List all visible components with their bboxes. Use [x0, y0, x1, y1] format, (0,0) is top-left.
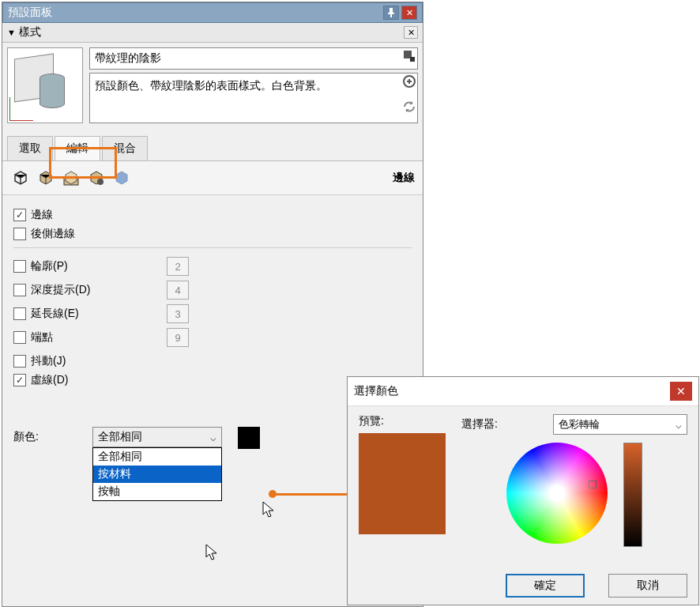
color-wheel-handle[interactable] — [589, 481, 597, 488]
dashes-checkbox[interactable] — [13, 374, 26, 386]
extension-label: 延長線(E) — [31, 307, 79, 321]
pin-button[interactable] — [383, 6, 399, 20]
extension-input[interactable] — [167, 304, 189, 323]
style-info: 帶紋理的陰影 預設顏色、帶紋理陰影的表面樣式。白色背景。 — [2, 43, 423, 128]
new-style-icon[interactable] — [401, 47, 418, 65]
jitter-checkbox[interactable] — [13, 355, 26, 368]
picker-label: 選擇器: — [461, 417, 498, 432]
combo-value: 全部相同 — [93, 430, 205, 444]
dialog-titlebar: 選擇顏色 ✕ — [348, 377, 698, 406]
cancel-button[interactable]: 取消 — [608, 574, 687, 598]
subheader-close-button[interactable]: ✕ — [404, 26, 418, 39]
dialog-title: 選擇顏色 — [354, 384, 670, 398]
color-dialog: 選擇顏色 ✕ 預覽: 選擇器: 色彩轉輪 ⌵ — [347, 376, 699, 605]
dashes-label: 虛線(D) — [31, 373, 68, 387]
panel-close-button[interactable]: ✕ — [401, 6, 417, 20]
subheader-title: 樣式 — [19, 25, 404, 40]
preview-swatch — [359, 433, 446, 534]
extension-checkbox[interactable] — [13, 307, 26, 320]
section-label: 邊線 — [393, 171, 415, 185]
ok-button[interactable]: 確定 — [506, 574, 585, 598]
back-edges-label: 後側邊線 — [31, 227, 75, 241]
depth-cue-checkbox[interactable] — [13, 284, 26, 296]
chevron-down-icon: ⌵ — [205, 432, 221, 443]
profiles-label: 輪廓(P) — [31, 259, 68, 273]
edges-label: 邊線 — [31, 208, 53, 222]
watermark-settings-icon[interactable] — [86, 168, 107, 188]
modeling-settings-icon[interactable] — [111, 168, 132, 188]
update-style-icon[interactable] — [401, 73, 418, 90]
picker-select[interactable]: 色彩轉輪 ⌵ — [553, 414, 687, 435]
dropdown-option-by-material[interactable]: 按材料 — [93, 466, 221, 483]
value-slider[interactable] — [623, 443, 642, 547]
tab-mix[interactable]: 混合 — [102, 136, 148, 160]
subheader[interactable]: ▼ 樣式 ✕ — [2, 23, 423, 43]
depth-cue-input[interactable] — [167, 281, 189, 300]
edge-color-swatch[interactable] — [238, 427, 260, 449]
edge-settings-icon[interactable] — [10, 168, 31, 188]
edges-checkbox[interactable] — [13, 209, 26, 221]
dropdown-option-by-axis[interactable]: 按軸 — [93, 483, 221, 500]
dialog-close-button[interactable]: ✕ — [670, 382, 692, 401]
dropdown-option-all-same[interactable]: 全部相同 — [93, 448, 221, 466]
svg-rect-1 — [410, 57, 415, 62]
picker-select-value: 色彩轉輪 — [554, 417, 671, 432]
titlebar: 預設面板 ✕ — [2, 2, 423, 23]
endpoints-checkbox[interactable] — [13, 331, 26, 344]
tab-select[interactable]: 選取 — [7, 136, 53, 160]
color-mode-dropdown: 全部相同 按材料 按軸 — [92, 447, 222, 501]
style-description-input[interactable]: 預設顏色、帶紋理陰影的表面樣式。白色背景。 — [89, 73, 418, 123]
face-settings-icon[interactable] — [36, 168, 56, 188]
color-wheel[interactable] — [506, 443, 608, 544]
panel-title: 預設面板 — [8, 6, 381, 20]
style-thumbnail[interactable] — [7, 47, 83, 123]
color-mode-combo[interactable]: 全部相同 ⌵ — [92, 427, 222, 447]
svg-point-4 — [97, 179, 103, 185]
chevron-down-icon: ⌵ — [671, 419, 687, 431]
refresh-icon[interactable] — [401, 98, 418, 115]
style-name-input[interactable]: 帶紋理的陰影 — [89, 47, 418, 70]
depth-cue-label: 深度提示(D) — [31, 283, 90, 297]
edit-type-row: 邊線 — [2, 161, 423, 195]
annotation-dot-left — [269, 490, 277, 498]
jitter-label: 抖動(J) — [31, 354, 66, 368]
profiles-checkbox[interactable] — [13, 260, 26, 273]
annotation-connector — [272, 493, 355, 496]
profiles-input[interactable] — [167, 257, 189, 276]
tab-edit[interactable]: 編輯 — [55, 136, 100, 160]
endpoints-input[interactable] — [167, 328, 189, 347]
preview-label: 預覽: — [359, 414, 453, 428]
collapse-arrow-icon: ▼ — [7, 28, 16, 37]
back-edges-checkbox[interactable] — [13, 228, 26, 240]
color-label: 顏色: — [13, 427, 92, 444]
endpoints-label: 端點 — [31, 330, 53, 345]
tabs: 選取 編輯 混合 — [2, 136, 423, 161]
background-settings-icon[interactable] — [61, 168, 81, 188]
